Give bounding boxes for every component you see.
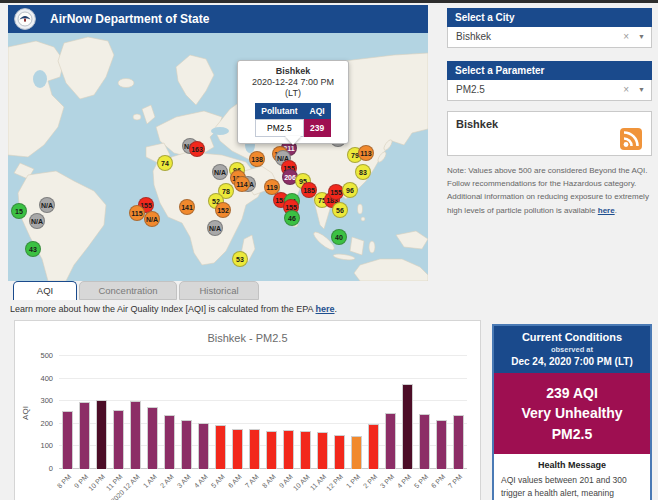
parameter-caret-icon[interactable]: ▼ — [638, 80, 645, 100]
aqi-map-marker[interactable]: N/A — [144, 211, 160, 227]
chart-xtick-label: 10 PM — [87, 473, 106, 492]
aqi-map-marker[interactable]: 163 — [189, 141, 205, 157]
aqi-map-marker[interactable]: 114 — [234, 176, 250, 192]
popup-aqi-value: 239 — [304, 120, 331, 137]
chart-plot: AQI 0100200300400500 — [59, 356, 467, 469]
clear-parameter-icon[interactable]: × — [623, 80, 629, 100]
chart-ytick: 500 — [27, 351, 53, 360]
aqi-bar[interactable] — [385, 413, 396, 470]
aqi-map-marker[interactable]: 53 — [232, 251, 248, 267]
chart-ytick: 400 — [27, 374, 53, 383]
tab-aqi[interactable]: AQI — [13, 281, 77, 300]
city-select[interactable]: Bishkek ×▼ — [447, 27, 652, 48]
aqi-map-marker[interactable]: N/A — [212, 164, 228, 180]
chart-xtick-label: 2 AM — [158, 473, 174, 489]
chart-xtick-label: 4 PM — [396, 473, 413, 490]
aqi-map-marker[interactable]: 152 — [215, 202, 231, 218]
chart-xlabels: 8 PM9 PM10 PM11 PM12/24/2020 12 AM1 AM2 … — [59, 470, 467, 500]
city-select-value: Bishkek — [456, 31, 491, 42]
clear-city-icon[interactable]: × — [623, 27, 629, 47]
aqi-bar[interactable] — [419, 414, 430, 469]
aqi-bar[interactable] — [249, 429, 260, 469]
aqi-map-marker[interactable]: N/A — [207, 220, 223, 236]
aqi-map-marker[interactable]: 138 — [249, 151, 265, 167]
aqi-bar[interactable] — [62, 411, 73, 469]
aqi-map-marker[interactable]: 113 — [358, 145, 374, 161]
aqi-bar[interactable] — [215, 425, 226, 469]
observed-datetime: Dec 24, 2020 7:00 PM (LT) — [496, 356, 648, 367]
chart-ytick: 300 — [27, 396, 53, 405]
popup-timezone: (LT) — [242, 88, 344, 99]
dos-seal-logo — [14, 8, 36, 30]
aqi-bar[interactable] — [96, 400, 107, 469]
aqi-map-marker[interactable]: 43 — [25, 241, 41, 257]
aqi-bar[interactable] — [181, 420, 192, 469]
aqi-bar[interactable] — [351, 436, 362, 469]
aqi-bar[interactable] — [79, 402, 90, 469]
current-conditions-title: Current Conditions — [496, 331, 648, 343]
aqi-bar[interactable] — [300, 431, 311, 469]
aqi-bar[interactable] — [232, 429, 243, 469]
aqi-map-marker[interactable]: 56 — [332, 202, 348, 218]
city-caret-icon[interactable]: ▼ — [638, 27, 645, 47]
chart-xtick-label: 4 AM — [192, 473, 208, 489]
aqi-bar[interactable] — [198, 423, 209, 469]
chart-xtick-label: 6 AM — [226, 473, 242, 489]
aqi-note: Note: Values above 500 are considered Be… — [447, 164, 652, 217]
aqi-map-marker[interactable]: 141 — [179, 199, 195, 215]
chart-gridline — [59, 355, 467, 356]
select-city-header: Select a City — [447, 8, 652, 27]
aqi-bar[interactable] — [436, 420, 447, 469]
current-aqi-category: Very Unhealthy — [498, 403, 646, 423]
aqi-map-marker[interactable]: 83 — [355, 164, 371, 180]
parameter-select-value: PM2.5 — [456, 84, 485, 95]
aqi-map-marker[interactable]: 15 — [11, 203, 27, 219]
aqi-map-marker[interactable]: N/A — [39, 197, 55, 213]
current-aqi-pollutant: PM2.5 — [498, 424, 646, 444]
tab-historical[interactable]: Historical — [179, 281, 259, 300]
chart-xtick-label: 6 PM — [430, 473, 447, 490]
note-body: Note: Values above 500 are considered Be… — [447, 166, 649, 215]
chart-xtick-label: 1 AM — [141, 473, 157, 489]
epa-learn-more-link[interactable]: here — [316, 304, 335, 314]
aqi-bar[interactable] — [283, 430, 294, 469]
aqi-bar[interactable] — [113, 410, 124, 469]
aqi-chart-panel: Bishkek - PM2.5 AQI 0100200300400500 8 P… — [14, 320, 481, 500]
aqi-bar[interactable] — [130, 401, 141, 469]
aqi-bar[interactable] — [402, 384, 413, 469]
aqi-bar[interactable] — [317, 432, 328, 469]
app-title: AirNow Department of State — [50, 12, 209, 26]
select-parameter-header: Select a Parameter — [447, 61, 652, 80]
chart-tabs: AQI Concentration Historical — [8, 281, 428, 300]
aqi-bar[interactable] — [164, 415, 175, 469]
aqi-bar[interactable] — [334, 435, 345, 469]
aqi-map-marker[interactable]: 46 — [284, 210, 300, 226]
popup-col-pollutant: Pollutant — [255, 103, 303, 120]
chart-xtick-label: 3 PM — [379, 473, 396, 490]
aqi-map-marker[interactable]: 74 — [157, 155, 173, 171]
chart-xtick-label: 10 AM — [291, 473, 310, 492]
rss-icon[interactable] — [620, 128, 642, 150]
popup-pollutant-value: PM2.5 — [255, 120, 303, 137]
aqi-bar[interactable] — [266, 431, 277, 469]
note-here-link[interactable]: here — [598, 206, 615, 215]
chart-title: Bishkek - PM2.5 — [15, 332, 480, 344]
map-markers-layer: 15N/AN/A43155115N/A74N/A163138N/A96129N/… — [8, 33, 428, 281]
parameter-select[interactable]: PM2.5 ×▼ — [447, 80, 652, 101]
aqi-map-marker[interactable]: N/A — [29, 213, 45, 229]
aqi-map-marker[interactable]: 40 — [331, 229, 347, 245]
world-aqi-map[interactable]: 15N/AN/A43155115N/A74N/A163138N/A96129N/… — [8, 33, 428, 281]
aqi-map-marker[interactable]: 115 — [129, 205, 145, 221]
popup-table: Pollutant AQI PM2.5 239 — [255, 103, 332, 137]
aqi-bar[interactable] — [368, 424, 379, 469]
chart-xtick-label: 5 PM — [413, 473, 430, 490]
popup-datetime: 2020-12-24 7:00 PM — [242, 77, 344, 88]
tab-concentration[interactable]: Concentration — [79, 281, 177, 300]
current-aqi-value: 239 AQI — [498, 383, 646, 403]
aqi-bar[interactable] — [147, 407, 158, 469]
chart-gridline — [59, 378, 467, 379]
aqi-map-marker[interactable]: 96 — [342, 182, 358, 198]
aqi-bar[interactable] — [453, 415, 464, 469]
current-conditions-panel: Current Conditions observed at Dec 24, 2… — [492, 324, 652, 500]
popup-arrow — [285, 136, 301, 145]
